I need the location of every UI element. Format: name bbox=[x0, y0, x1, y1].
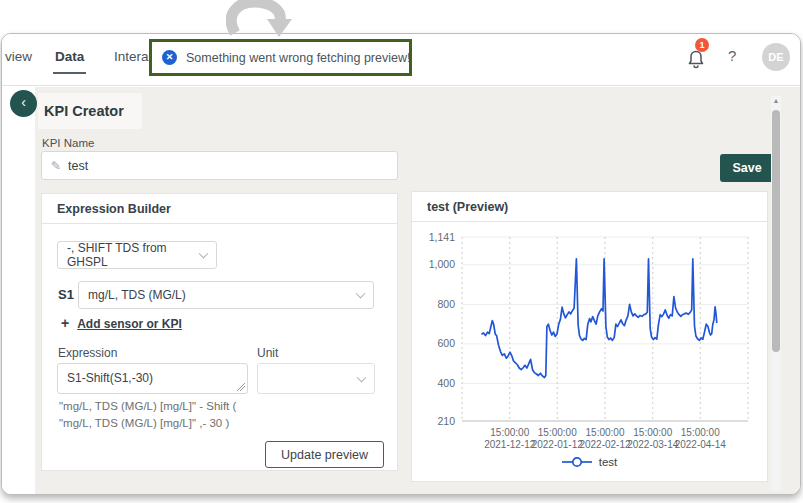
x-axis-date-label: 2022-03-14 bbox=[627, 439, 679, 450]
back-button[interactable]: ‹ bbox=[10, 90, 37, 117]
tab-data[interactable]: Data bbox=[55, 49, 84, 64]
preview-card: test (Preview) 1,1411,00080060040021015:… bbox=[411, 191, 768, 482]
x-axis-time-label: 15:00:00 bbox=[586, 427, 625, 438]
content-area: ‹ KPI Creator KPI Name ✎ test Save ▲ Exp… bbox=[2, 87, 800, 494]
y-axis-tick-label: 400 bbox=[437, 377, 455, 389]
expression-label: Expression bbox=[58, 346, 117, 360]
unit-label: Unit bbox=[257, 346, 278, 360]
kpi-name-value: test bbox=[68, 159, 88, 173]
series-line bbox=[481, 259, 716, 378]
chevron-down-icon bbox=[356, 289, 366, 299]
add-sensor-or-kpi-label: Add sensor or KPI bbox=[77, 317, 182, 331]
function-select[interactable]: -, SHIFT TDS from GHSPL bbox=[57, 241, 217, 269]
line-chart: 1,1411,00080060040021015:00:002021-12-12… bbox=[416, 228, 756, 454]
y-axis-tick-label: 600 bbox=[437, 337, 455, 349]
expression-builder-title: Expression Builder bbox=[42, 194, 397, 224]
notification-badge: 1 bbox=[695, 38, 709, 52]
scrollbar-up-arrow-icon[interactable]: ▲ bbox=[772, 97, 780, 105]
expression-textarea[interactable]: S1-Shift(S1,-30) bbox=[57, 363, 248, 394]
y-axis-tick-label: 1,000 bbox=[429, 258, 455, 270]
toast-message: Something went wrong fetching preview! bbox=[186, 51, 410, 65]
plus-icon: + bbox=[61, 315, 69, 331]
y-axis-tick-label: 210 bbox=[437, 415, 455, 427]
preview-title: test (Preview) bbox=[412, 192, 767, 222]
save-button[interactable]: Save bbox=[720, 154, 774, 182]
x-axis-date-label: 2022-01-12 bbox=[532, 439, 584, 450]
sensor-prefix-label: S1 bbox=[58, 287, 74, 302]
x-axis-date-label: 2021-12-12 bbox=[484, 439, 536, 450]
sensor-select[interactable]: mg/L, TDS (MG/L) bbox=[78, 281, 374, 309]
help-icon[interactable]: ? bbox=[728, 47, 736, 64]
error-toast: ✕ Something went wrong fetching preview! bbox=[149, 39, 412, 76]
scrollbar-thumb[interactable] bbox=[772, 110, 780, 352]
sensor-select-value: mg/L, TDS (MG/L) bbox=[88, 288, 186, 302]
chevron-down-icon bbox=[357, 372, 367, 382]
y-axis-tick-label: 1,141 bbox=[429, 231, 455, 243]
legend-marker-icon bbox=[562, 456, 592, 468]
unit-select[interactable] bbox=[257, 363, 375, 394]
expression-helper-line2: "mg/L, TDS (MG/L) [mg/L]" ,- 30 ) bbox=[59, 417, 229, 429]
kpi-name-input[interactable]: ✎ test bbox=[41, 151, 398, 180]
function-select-value: -, SHIFT TDS from GHSPL bbox=[67, 241, 207, 269]
pencil-icon: ✎ bbox=[51, 159, 61, 173]
x-axis-time-label: 15:00:00 bbox=[681, 427, 720, 438]
expression-builder-card: Expression Builder -, SHIFT TDS from GHS… bbox=[41, 193, 398, 471]
x-axis-date-label: 2022-02-12 bbox=[579, 439, 631, 450]
annotation-arrow-icon bbox=[226, 0, 296, 42]
preview-chart: 1,1411,00080060040021015:00:002021-12-12… bbox=[416, 228, 756, 458]
circle-x-icon: ✕ bbox=[162, 50, 177, 65]
x-axis-time-label: 15:00:00 bbox=[538, 427, 577, 438]
vertical-scrollbar[interactable]: ▲ bbox=[771, 96, 781, 491]
update-preview-button[interactable]: Update preview bbox=[265, 441, 384, 468]
x-axis-time-label: 15:00:00 bbox=[633, 427, 672, 438]
expression-value: S1-Shift(S1,-30) bbox=[67, 371, 153, 385]
expression-helper-line1: "mg/L, TDS (MG/L) [mg/L]" - Shift ( bbox=[59, 400, 236, 412]
x-axis-date-label: 2022-04-14 bbox=[675, 439, 727, 450]
add-sensor-or-kpi-link[interactable]: +Add sensor or KPI bbox=[61, 315, 182, 331]
page-title: KPI Creator bbox=[44, 103, 124, 119]
page-title-box: KPI Creator bbox=[38, 93, 142, 129]
top-navbar: view Data Interac ✕ Something went wrong… bbox=[2, 34, 800, 86]
collapsed-sidebar-rail bbox=[2, 87, 35, 494]
avatar[interactable]: DE bbox=[762, 43, 790, 71]
y-axis-tick-label: 800 bbox=[437, 298, 455, 310]
legend-label: test bbox=[599, 456, 618, 468]
notification-bell-icon[interactable] bbox=[686, 49, 706, 69]
screenshot-stage: view Data Interac ✕ Something went wrong… bbox=[0, 0, 803, 503]
legend-item-test[interactable]: test bbox=[412, 456, 767, 468]
resize-grip-icon[interactable] bbox=[237, 383, 245, 391]
app-window: view Data Interac ✕ Something went wrong… bbox=[1, 33, 801, 495]
x-axis-time-label: 15:00:00 bbox=[490, 427, 529, 438]
tab-overview[interactable]: view bbox=[5, 49, 32, 64]
kpi-name-label: KPI Name bbox=[42, 137, 94, 149]
